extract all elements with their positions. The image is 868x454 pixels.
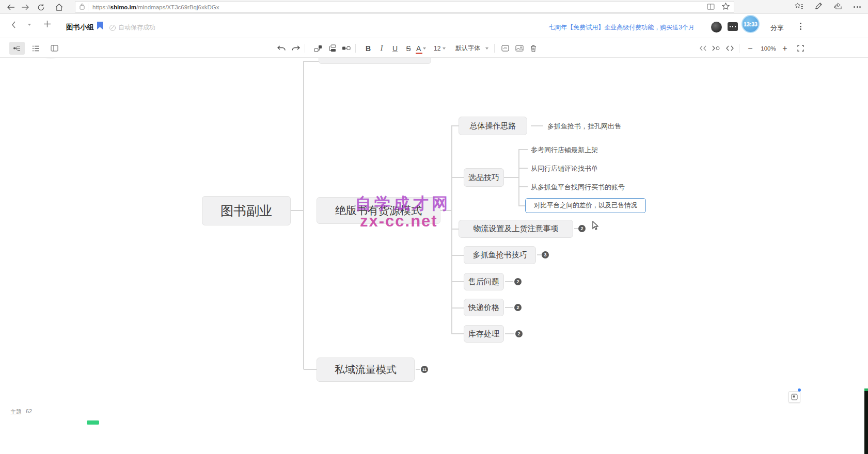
new-doc-icon[interactable] bbox=[43, 20, 51, 28]
mindmap-node[interactable]: 总体操作思路 bbox=[459, 117, 527, 135]
share-button[interactable]: 分享 bbox=[770, 23, 784, 33]
autosave-status: 自动保存成功 bbox=[109, 23, 155, 32]
mindmap-node-branch2[interactable]: 私域流量模式 bbox=[317, 358, 415, 382]
comments-icon[interactable] bbox=[728, 22, 738, 31]
connector bbox=[451, 125, 452, 334]
collapsed-count-badge[interactable]: 2 bbox=[578, 225, 586, 232]
collapsed-count-badge[interactable]: 2 bbox=[514, 304, 522, 311]
toolbar-divider bbox=[355, 44, 356, 53]
url-text: https://shimo.im/mindmaps/XT3c69rBqj6xkD… bbox=[92, 4, 219, 10]
connector bbox=[451, 229, 459, 230]
mindmap-node[interactable]: 物流设置及上货注意事项 bbox=[459, 220, 573, 238]
app-header: 图书小组 自动保存成功 七周年【免费试用】企业高级付费功能，购买送3个月 13:… bbox=[0, 14, 868, 38]
mindmap-leaf[interactable]: 参考同行店铺最新上架 bbox=[531, 145, 598, 155]
address-bar[interactable]: https://shimo.im/mindmaps/XT3c69rBqj6xkD… bbox=[75, 1, 734, 13]
connector bbox=[537, 254, 542, 255]
url-divider bbox=[88, 3, 88, 11]
connector bbox=[531, 125, 543, 126]
view-outline-button[interactable] bbox=[28, 42, 43, 55]
browser-more-icon[interactable] bbox=[854, 6, 861, 8]
format-toolbar: B I U S A 12 默认字体 − 100% + bbox=[0, 38, 868, 58]
minimap-toggle-button[interactable] bbox=[788, 391, 800, 403]
mindmap-root-node[interactable]: 图书副业 bbox=[202, 196, 291, 225]
zoom-in-button[interactable]: + bbox=[780, 42, 790, 55]
zoom-level: 100% bbox=[759, 42, 778, 55]
font-color-button[interactable]: A bbox=[416, 42, 426, 55]
lock-icon bbox=[80, 3, 85, 12]
connector bbox=[518, 149, 519, 206]
undo-icon[interactable] bbox=[274, 42, 289, 55]
insert-image-icon[interactable] bbox=[512, 42, 527, 55]
browser-forward-icon[interactable] bbox=[20, 2, 31, 13]
history-dropdown-icon[interactable] bbox=[26, 24, 31, 26]
collapsed-count-badge[interactable]: 11 bbox=[421, 366, 428, 373]
zoom-out-button[interactable]: − bbox=[745, 42, 755, 55]
mindmap-node[interactable]: 选品技巧 bbox=[464, 168, 504, 187]
mindmap-canvas[interactable]: 图书副业 绝版书有货源模式 总体操作思路 多抓鱼抢书，挂孔网出售 选品技巧 参考… bbox=[0, 58, 868, 454]
connector bbox=[518, 168, 528, 169]
mouse-cursor bbox=[592, 221, 599, 233]
connector bbox=[416, 369, 420, 370]
insert-parent-node-icon[interactable] bbox=[338, 42, 354, 55]
redo-icon[interactable] bbox=[288, 42, 304, 55]
browser-back-icon[interactable] bbox=[5, 2, 17, 13]
video-progress-marker bbox=[87, 420, 99, 425]
favorite-star-icon[interactable] bbox=[722, 3, 730, 12]
user-avatar[interactable] bbox=[711, 22, 722, 33]
mindmap-node-partial-top[interactable] bbox=[319, 58, 431, 64]
strikethrough-button[interactable]: S bbox=[403, 42, 414, 55]
video-scrollbar-artifact bbox=[864, 388, 868, 454]
mindmap-node[interactable]: 库存处理 bbox=[464, 325, 504, 343]
notification-dot bbox=[798, 388, 801, 392]
expand-all-icon[interactable] bbox=[722, 42, 737, 55]
connector bbox=[505, 333, 514, 334]
collapsed-count-badge[interactable]: 3 bbox=[542, 251, 549, 258]
mindmap-leaf[interactable]: 多抓鱼抢书，挂孔网出售 bbox=[547, 122, 621, 131]
reading-view-icon[interactable] bbox=[707, 3, 715, 12]
recording-timer-overlay: 13:33 bbox=[741, 15, 760, 33]
browser-home-icon[interactable] bbox=[53, 2, 65, 13]
connector bbox=[518, 149, 528, 150]
italic-button[interactable]: I bbox=[376, 42, 387, 55]
bookmark-icon[interactable] bbox=[97, 22, 103, 29]
connector bbox=[451, 125, 459, 126]
doc-more-icon[interactable] bbox=[796, 22, 805, 31]
connector bbox=[303, 61, 304, 369]
connector bbox=[451, 281, 464, 282]
underline-button[interactable]: U bbox=[389, 42, 401, 55]
share-icon[interactable] bbox=[834, 3, 842, 12]
connector bbox=[304, 61, 319, 62]
topic-counter: 主题62 bbox=[10, 408, 32, 416]
insert-link-icon[interactable] bbox=[497, 42, 513, 55]
doc-title[interactable]: 图书小组 bbox=[66, 23, 94, 32]
hub-favorites-icon[interactable] bbox=[795, 3, 803, 12]
mindmap-node[interactable]: 多抓鱼抢书技巧 bbox=[464, 246, 536, 264]
font-family-select[interactable]: 默认字体 bbox=[455, 42, 488, 55]
mindmap-node-selected[interactable]: 对比平台之间的差价，以及已售情况 bbox=[525, 198, 646, 213]
collapsed-count-badge[interactable]: 2 bbox=[515, 330, 523, 337]
font-size-select[interactable]: 12 bbox=[434, 42, 446, 55]
fit-screen-icon[interactable] bbox=[793, 42, 808, 55]
web-note-pen-icon[interactable] bbox=[815, 2, 823, 12]
autosave-status-icon bbox=[109, 25, 116, 31]
browser-refresh-icon[interactable] bbox=[35, 2, 46, 13]
view-split-button[interactable] bbox=[46, 42, 62, 55]
mindmap-node[interactable]: 快递价格 bbox=[464, 299, 504, 316]
browser-toolbar: https://shimo.im/mindmaps/XT3c69rBqj6xkD… bbox=[0, 0, 868, 14]
toolbar-divider bbox=[305, 44, 305, 53]
connector bbox=[518, 205, 525, 206]
insert-child-node-icon[interactable] bbox=[310, 42, 326, 55]
promo-banner-link[interactable]: 七周年【免费试用】企业高级付费功能，购买送3个月 bbox=[548, 23, 695, 32]
connector bbox=[304, 369, 317, 370]
view-mindmap-button[interactable] bbox=[9, 42, 25, 55]
bold-button[interactable]: B bbox=[362, 42, 374, 55]
connector bbox=[451, 177, 464, 178]
doc-back-icon[interactable] bbox=[11, 21, 16, 28]
connector bbox=[574, 228, 578, 229]
mindmap-node[interactable]: 售后问题 bbox=[464, 273, 504, 290]
collapsed-count-badge[interactable]: 2 bbox=[514, 278, 522, 285]
mindmap-leaf[interactable]: 从多抓鱼平台找同行买书的账号 bbox=[531, 183, 625, 192]
connector bbox=[291, 210, 304, 211]
mindmap-leaf[interactable]: 从同行店铺评论找书单 bbox=[531, 164, 598, 173]
delete-node-icon[interactable] bbox=[526, 42, 541, 55]
